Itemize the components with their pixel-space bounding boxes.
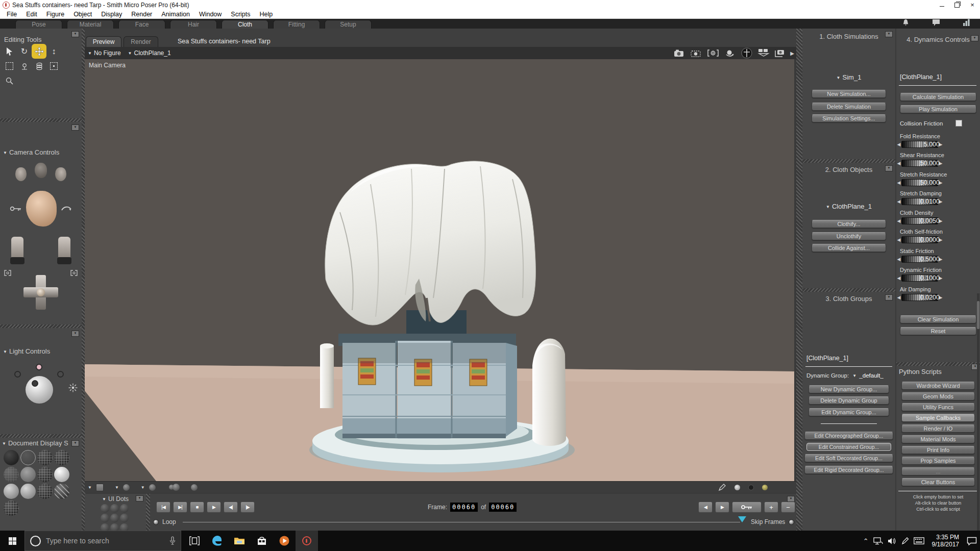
flyaround-camera-icon[interactable] (10, 205, 22, 212)
grouping-tool-icon[interactable] (46, 59, 61, 73)
network-icon[interactable] (873, 537, 883, 545)
display-style-outline[interactable] (20, 450, 36, 465)
simulation-settings-button[interactable]: Simulation Settings... (812, 114, 886, 122)
orbit-camera-icon[interactable] (723, 48, 737, 58)
volume-icon[interactable] (888, 537, 897, 545)
prev-key-button[interactable]: ◀ (698, 502, 713, 513)
render-region-icon[interactable] (706, 48, 720, 58)
display-style-wireframe[interactable] (37, 450, 53, 465)
preview-tab[interactable]: Preview (86, 36, 121, 47)
minimize-button[interactable] (934, 0, 949, 10)
light-trackball[interactable] (14, 364, 65, 415)
display-style-smooth-lined[interactable] (20, 484, 36, 499)
dynamic-group-selector[interactable]: Dynamic Group: ▼ _default_ (806, 372, 884, 379)
left-hand-camera-icon[interactable] (15, 167, 27, 181)
timeline-scrubber-handle[interactable] (738, 516, 746, 522)
edit-soft-decorated-group-button[interactable]: Edit Soft Decorated Group... (804, 454, 893, 462)
slider-dec-icon[interactable]: ◀ (896, 276, 901, 281)
first-frame-button[interactable]: |◀ (156, 502, 170, 513)
display-style-wireframe-2[interactable] (4, 500, 19, 516)
menu-scripts[interactable]: Scripts (226, 11, 255, 18)
cloth-groups-menu-icon[interactable]: ▼ (885, 294, 893, 300)
tab-setup[interactable]: Setup (325, 20, 372, 29)
clear-simulation-button[interactable]: Clear Simulation (900, 315, 976, 323)
timeline-scrubber-track[interactable] (183, 522, 740, 522)
media-taskbar-icon[interactable] (273, 531, 296, 551)
slider-dec-icon[interactable]: ◀ (896, 218, 901, 223)
dolly-cross-control[interactable] (23, 275, 58, 310)
light-indicator-left[interactable] (14, 371, 21, 378)
light-controls-menu-icon[interactable]: ▼ (71, 331, 79, 337)
loop-toggle[interactable] (153, 519, 159, 525)
frame-total-input[interactable]: 00060 (489, 503, 517, 512)
cloth-simulations-menu-icon[interactable]: ▼ (885, 31, 893, 37)
empty-script-button[interactable]: ... (901, 467, 975, 475)
slider-dec-icon[interactable]: ◀ (896, 142, 901, 147)
menu-file[interactable]: File (2, 11, 21, 18)
material-mods-button[interactable]: Material Mods (901, 435, 975, 443)
display-style-sketch[interactable] (54, 484, 69, 499)
taper-tool-icon[interactable] (17, 59, 32, 73)
left-bracket-camera-icon[interactable] (4, 270, 11, 276)
pen-icon[interactable] (901, 537, 909, 545)
display-style-flat-lined[interactable] (37, 467, 53, 482)
tab-cloth[interactable]: Cloth (222, 20, 268, 29)
display-style-silhouette[interactable] (4, 450, 19, 465)
next-frame-button[interactable]: |▶ (240, 502, 255, 513)
edit-rigid-decorated-group-button[interactable]: Edit Rigid Decorated Group... (804, 466, 893, 474)
task-view-button[interactable] (183, 531, 206, 551)
display-style-cartoon[interactable] (54, 467, 69, 482)
geom-mods-button[interactable]: Geom Mods (901, 392, 975, 400)
camera-controls-menu-icon[interactable]: ▼ (71, 124, 79, 131)
collision-toggle[interactable] (762, 485, 768, 490)
right-hand-camera-icon[interactable] (55, 167, 66, 181)
dynamics-controls-menu-icon[interactable]: ▼ (971, 35, 978, 41)
action-center-icon[interactable] (967, 537, 977, 545)
clear-buttons-button[interactable]: Clear Buttons (901, 478, 975, 486)
light-indicator-selected[interactable] (32, 380, 38, 387)
caret-down-icon[interactable]: ▼ (3, 349, 7, 354)
camera-view-icon[interactable] (773, 48, 787, 58)
edit-dynamic-group-button[interactable]: Edit Dynamic Group... (808, 408, 889, 416)
menu-window[interactable]: Window (194, 11, 226, 18)
sim-selector[interactable]: ▼Sim_1 (802, 73, 895, 81)
collision-friction-checkbox[interactable] (955, 120, 962, 127)
taskbar-clock[interactable]: 3:35 PM 9/18/2017 (929, 534, 962, 548)
right-scrollbar[interactable] (977, 293, 979, 531)
translate-tool-icon[interactable] (32, 44, 46, 59)
play-simulation-button[interactable]: Play Simulation (900, 105, 976, 113)
rotate-camera-icon[interactable] (61, 205, 72, 212)
wardrobe-wizard-button[interactable]: Wardrobe Wizard (901, 382, 975, 390)
mic-icon[interactable] (169, 536, 176, 545)
collide-against-button[interactable]: Collide Against... (812, 244, 886, 252)
tab-pose[interactable]: Pose (15, 20, 62, 29)
camera-name-label[interactable]: Main Camera (89, 62, 126, 69)
slider-dec-icon[interactable]: ◀ (896, 295, 901, 300)
unclothify-button[interactable]: Unclothify (812, 232, 886, 240)
next-key-button[interactable]: ▶ (715, 502, 729, 513)
menu-display[interactable]: Display (96, 11, 127, 18)
touch-keyboard-icon[interactable] (914, 537, 924, 544)
sample-callbacks-button[interactable]: Sample Callbacks (901, 414, 975, 422)
viewport-3d[interactable]: Main Camera (85, 59, 794, 481)
slider-dec-icon[interactable]: ◀ (896, 257, 901, 262)
face-camera-trackball[interactable] (26, 191, 57, 227)
calculate-simulation-button[interactable]: Calculate Simulation (900, 93, 976, 101)
cloth-objects-menu-icon[interactable]: ▼ (885, 165, 893, 171)
display-style-lit-wireframe[interactable] (4, 467, 19, 482)
chat-icon[interactable] (932, 19, 940, 29)
delete-dynamic-group-button[interactable]: Delete Dynamic Group (808, 396, 889, 405)
slider-dec-icon[interactable]: ◀ (896, 237, 901, 242)
scale-tool-icon[interactable] (2, 59, 17, 73)
menu-object[interactable]: Object (69, 11, 96, 18)
depth-cue-toggle[interactable] (734, 485, 740, 490)
store-taskbar-icon[interactable] (251, 531, 273, 551)
light-indicator-right[interactable] (57, 371, 64, 378)
display-style-flat-shaded[interactable] (20, 467, 36, 482)
play-button[interactable]: ▶ (207, 502, 221, 513)
document-display-menu-icon[interactable]: ▼ (71, 440, 79, 446)
ui-dots-menu-icon[interactable]: ▼ (136, 495, 143, 502)
stereo-camera-icon[interactable] (756, 48, 770, 58)
ui-dot[interactable] (110, 514, 119, 522)
render-io-button[interactable]: Render / IO (901, 424, 975, 433)
